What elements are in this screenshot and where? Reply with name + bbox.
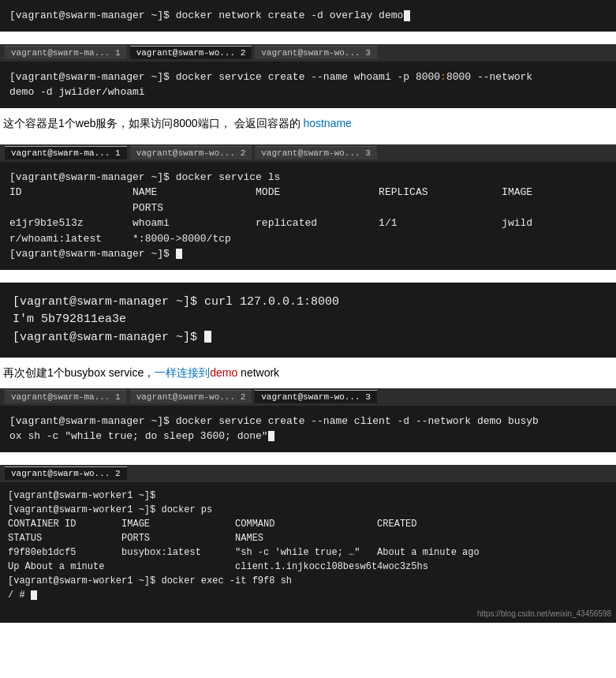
tab-2-3[interactable]: vagrant@swarm-wo... 3: [255, 46, 377, 59]
spacer-1: [0, 32, 616, 44]
tab-2-1[interactable]: vagrant@swarm-ma... 1: [5, 46, 127, 59]
terminal-4: [vagrant@swarm-manager ~]$ curl 127.0.0.…: [0, 283, 616, 358]
text-2-content: 再次创建1个busybox service，一样连接到demo network: [3, 366, 279, 379]
text-1-content: 这个容器是1个web服务，如果访问8000端口， 会返回容器的 hostname: [3, 117, 352, 129]
tab-bar-5: vagrant@swarm-ma... 1 vagrant@swarm-wo..…: [0, 388, 616, 406]
terminal-6-content: [vagrant@swarm-worker1 ~]$ [vagrant@swar…: [0, 482, 616, 623]
spacer-3: [0, 270, 616, 283]
watermark: https://blog.csdn.net/weixin_43456598: [477, 608, 611, 620]
tab-bar-2: vagrant@swarm-ma... 1 vagrant@swarm-wo..…: [0, 44, 616, 62]
terminal-5-content: [vagrant@swarm-manager ~]$ docker servic…: [0, 406, 616, 452]
page-container: [vagrant@swarm-manager ~]$ docker networ…: [0, 0, 616, 623]
tab-6-1[interactable]: vagrant@swarm-wo... 2: [5, 466, 127, 480]
terminal-3: vagrant@swarm-ma... 1 vagrant@swarm-wo..…: [0, 144, 616, 270]
terminal-2-content: [vagrant@swarm-manager ~]$ docker servic…: [0, 62, 616, 108]
text-1: 这个容器是1个web服务，如果访问8000端口， 会返回容器的 hostname: [0, 108, 616, 138]
terminal-4-content: [vagrant@swarm-manager ~]$ curl 127.0.0.…: [0, 283, 616, 358]
tab-bar-6: vagrant@swarm-wo... 2: [0, 465, 616, 482]
tab-3-1[interactable]: vagrant@swarm-ma... 1: [5, 146, 127, 159]
terminal-5: vagrant@swarm-ma... 1 vagrant@swarm-wo..…: [0, 388, 616, 452]
tab-3-2[interactable]: vagrant@swarm-wo... 2: [130, 146, 252, 159]
tab-5-1[interactable]: vagrant@swarm-ma... 1: [5, 390, 127, 403]
terminal-1-content: [vagrant@swarm-manager ~]$ docker networ…: [0, 0, 616, 32]
tab-3-3[interactable]: vagrant@swarm-wo... 3: [255, 146, 377, 159]
tab-bar-3: vagrant@swarm-ma... 1 vagrant@swarm-wo..…: [0, 144, 616, 162]
tab-5-3[interactable]: vagrant@swarm-wo... 3: [255, 390, 377, 403]
spacer-4: [0, 452, 616, 465]
spacer-2: [0, 138, 616, 144]
tab-5-2[interactable]: vagrant@swarm-wo... 2: [130, 390, 252, 403]
terminal-6: vagrant@swarm-wo... 2 [vagrant@swarm-wor…: [0, 465, 616, 623]
terminal-1: [vagrant@swarm-manager ~]$ docker networ…: [0, 0, 616, 32]
terminal-3-content: [vagrant@swarm-manager ~]$ docker servic…: [0, 162, 616, 270]
terminal-2: vagrant@swarm-ma... 1 vagrant@swarm-wo..…: [0, 44, 616, 108]
tab-2-2[interactable]: vagrant@swarm-wo... 2: [130, 46, 252, 59]
text-2: 再次创建1个busybox service，一样连接到demo network: [0, 358, 616, 388]
